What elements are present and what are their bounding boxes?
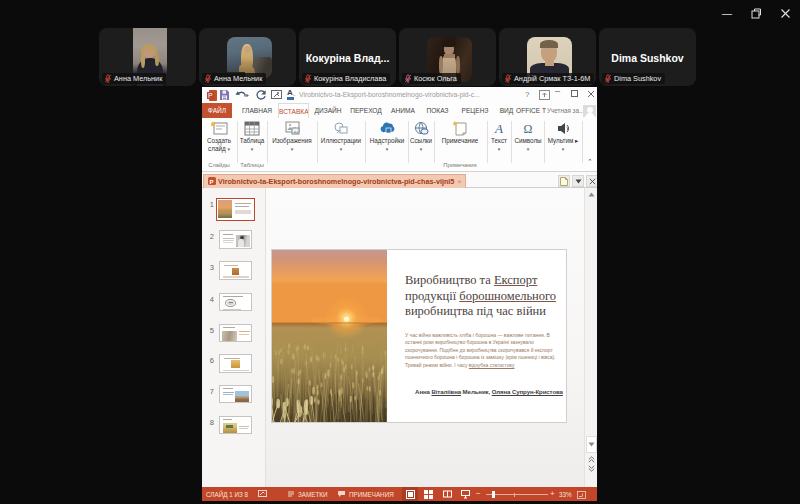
svg-text:A: A [494,121,503,136]
svg-text:Ω: Ω [523,122,532,136]
svg-text:P: P [208,92,213,99]
svg-text:P: P [210,179,214,185]
